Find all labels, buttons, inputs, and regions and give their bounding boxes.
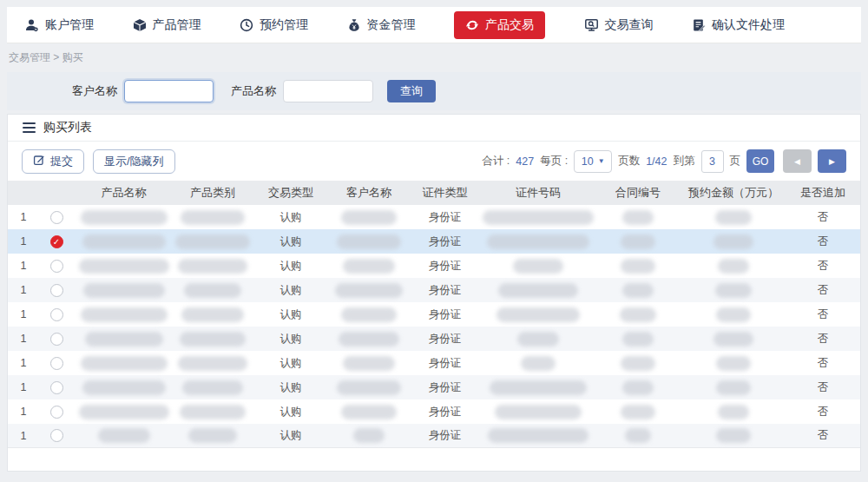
- row-index: 1: [8, 430, 39, 442]
- redacted-value: [622, 332, 654, 347]
- next-page-button[interactable]: ▶: [818, 149, 846, 173]
- customer-name-input[interactable]: [124, 80, 214, 102]
- goto-page-input[interactable]: [701, 150, 724, 173]
- row-radio[interactable]: [50, 333, 63, 346]
- nav-item-trade-query[interactable]: 交易查询: [584, 17, 654, 33]
- redacted-value: [341, 307, 397, 322]
- row-radio-checked[interactable]: ✓: [50, 235, 63, 248]
- row-index: 1: [8, 235, 39, 248]
- go-button[interactable]: GO: [746, 149, 774, 173]
- cell-product-category: [174, 380, 252, 395]
- breadcrumb-text: 交易管理 > 购买: [9, 50, 83, 65]
- cell-product-category: [174, 428, 252, 443]
- list-icon: [23, 122, 36, 133]
- redacted-value: [488, 428, 589, 443]
- cell-customer-name: [330, 428, 408, 443]
- redacted-value: [483, 210, 594, 225]
- table-row: 1认购身份证否: [8, 205, 860, 229]
- redacted-value: [343, 259, 395, 274]
- cell-trade-type: 认购: [252, 259, 330, 274]
- cell-contract-number: [595, 307, 681, 322]
- redacted-value: [79, 405, 169, 419]
- cell-trade-type: 认购: [252, 283, 330, 298]
- cell-customer-name: [330, 307, 408, 322]
- cell-trade-type: 认购: [252, 405, 330, 419]
- redacted-value: [341, 405, 397, 419]
- row-radio[interactable]: [50, 308, 63, 321]
- cell-contract-number: [595, 210, 681, 225]
- toggle-columns-button[interactable]: 显示/隐藏列: [93, 149, 175, 174]
- redacted-value: [622, 380, 654, 395]
- cell-product-category: [174, 210, 252, 225]
- nav-item-product-trading[interactable]: 产品交易: [454, 11, 545, 39]
- swap-arrows-icon: [465, 18, 479, 32]
- row-radio[interactable]: [50, 406, 63, 419]
- product-name-input[interactable]: [283, 80, 373, 102]
- header-trade-type: 交易类型: [252, 185, 330, 201]
- clock-icon: [240, 18, 253, 32]
- cell-cert-number: [482, 332, 595, 347]
- chevron-right-icon: ▶: [829, 157, 835, 166]
- redacted-value: [621, 259, 655, 274]
- submit-icon: [33, 154, 45, 168]
- cell-reserved-amount: [681, 405, 786, 419]
- row-select: [39, 429, 74, 442]
- redacted-value: [517, 332, 559, 347]
- per-page-select[interactable]: 10 ▼: [574, 150, 612, 173]
- goto-label: 到第: [674, 154, 695, 168]
- row-radio[interactable]: [50, 381, 63, 394]
- cell-trade-type: 认购: [252, 380, 330, 395]
- cell-product-name: [74, 380, 174, 395]
- cell-customer-name: [330, 259, 408, 274]
- row-radio[interactable]: [50, 429, 63, 442]
- redacted-value: [353, 428, 385, 443]
- chevron-down-icon: ▼: [598, 157, 605, 165]
- table-row: 1认购身份证否: [8, 351, 860, 375]
- cell-product-category: [174, 356, 252, 371]
- row-radio[interactable]: [50, 357, 63, 370]
- cell-product-name: [74, 210, 174, 225]
- row-radio[interactable]: [50, 260, 63, 273]
- cell-contract-number: [595, 380, 681, 395]
- nav-item-reservation-management[interactable]: 预约管理: [240, 17, 308, 33]
- cell-cert-number: [482, 259, 595, 274]
- cell-is-append: 否: [786, 332, 860, 347]
- redacted-value: [341, 210, 397, 225]
- nav-item-confirmation-file-processing[interactable]: 确认文件处理: [692, 17, 785, 33]
- nav-item-label: 交易查询: [605, 17, 654, 33]
- row-select: [39, 406, 74, 419]
- cell-contract-number: [595, 405, 681, 419]
- cell-cert-type: 身份证: [408, 332, 482, 347]
- redacted-value: [184, 283, 241, 298]
- cell-reserved-amount: [681, 380, 786, 395]
- cell-is-append: 否: [786, 234, 860, 249]
- redacted-value: [335, 283, 403, 298]
- query-button[interactable]: 查询: [387, 80, 436, 102]
- nav-item-label: 确认文件处理: [712, 17, 785, 33]
- redacted-value: [182, 380, 243, 395]
- cell-customer-name: [330, 332, 408, 347]
- submit-button[interactable]: 提交: [22, 149, 84, 174]
- pages-value: 1/42: [646, 155, 667, 168]
- row-radio[interactable]: [50, 284, 63, 297]
- panel-title-bar: 购买列表: [8, 115, 860, 142]
- previous-page-button[interactable]: ◀: [783, 149, 812, 173]
- nav-item-fund-management[interactable]: 资金管理: [347, 17, 416, 33]
- redacted-value: [178, 259, 247, 274]
- nav-item-account-management[interactable]: 账户管理: [24, 17, 94, 33]
- cell-product-category: [174, 332, 252, 347]
- row-radio[interactable]: [50, 211, 63, 224]
- nav-item-product-management[interactable]: 产品管理: [133, 17, 201, 33]
- cell-product-category: [174, 307, 252, 322]
- cell-cert-type: 身份证: [408, 259, 482, 274]
- table-header-row: 产品名称 产品类别 交易类型 客户名称 证件类型 证件号码 合同编号 预约金额（…: [8, 181, 860, 205]
- table-row: 1认购身份证否: [8, 424, 860, 448]
- redacted-value: [621, 234, 655, 249]
- page-unit-label: 页: [730, 154, 741, 168]
- document-edit-icon: [692, 18, 706, 32]
- top-nav: 账户管理 产品管理 预约管理 资金管理 产品交易 交易查询 确认文件处理: [7, 7, 861, 43]
- cell-is-append: 否: [786, 405, 860, 419]
- redacted-value: [521, 356, 556, 371]
- cell-product-category: [174, 234, 252, 249]
- redacted-value: [180, 332, 246, 347]
